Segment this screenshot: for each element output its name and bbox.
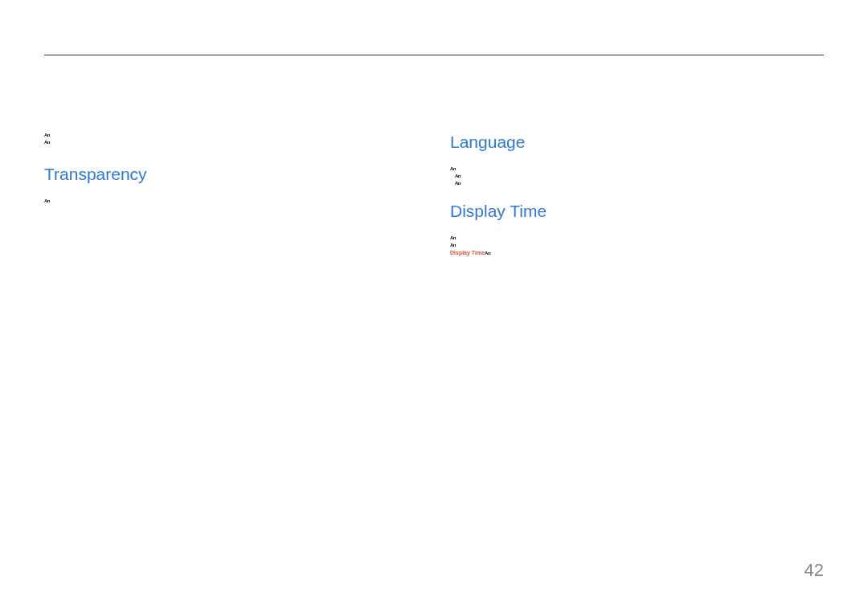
- display-time-heading: Display Time: [450, 202, 824, 221]
- transparency-body: An: [44, 198, 418, 204]
- horizontal-rule: [44, 55, 824, 55]
- language-body: An An An: [450, 166, 824, 187]
- transparency-heading: Transparency: [44, 165, 418, 184]
- language-heading: Language: [450, 133, 824, 152]
- page-number: 42: [805, 560, 824, 581]
- left-intro-block: An An: [44, 133, 418, 145]
- display-time-body: An An Display TimeAn: [450, 235, 824, 257]
- display-time-line-0: An: [450, 235, 824, 241]
- display-time-highlight-label: Display Time: [450, 250, 485, 255]
- language-line-1: An: [455, 174, 824, 179]
- content-area: An An Transparency An Language An An An …: [44, 133, 824, 256]
- language-line-0: An: [450, 166, 824, 172]
- display-time-highlight-line: Display TimeAn: [450, 250, 824, 256]
- language-line-2: An: [455, 181, 824, 186]
- right-column: Language An An An Display Time An An Dis…: [450, 133, 824, 256]
- left-intro-line-1: An: [44, 140, 418, 145]
- left-intro-line-0: An: [44, 133, 418, 138]
- display-time-highlight-suffix: An: [485, 251, 490, 255]
- display-time-line-1: An: [450, 243, 824, 248]
- transparency-line-0: An: [44, 198, 418, 204]
- left-column: An An Transparency An: [44, 133, 418, 256]
